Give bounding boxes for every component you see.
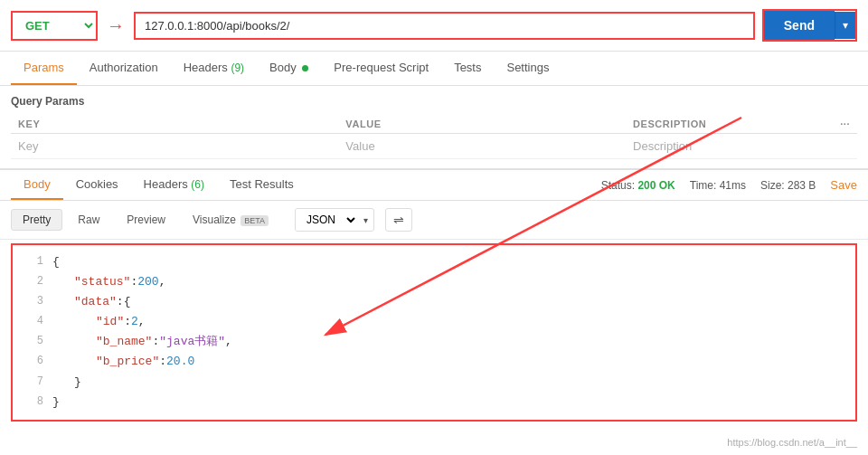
col-header-key: KEY (11, 115, 338, 134)
view-preview-button[interactable]: Preview (115, 209, 177, 231)
tab-tests[interactable]: Tests (441, 52, 494, 85)
response-status-bar: Status: 200 OK Time: 41ms Size: 283 B Sa… (601, 178, 857, 192)
tab-body[interactable]: Body (257, 52, 321, 85)
format-select-wrapper: JSON XML HTML Text ▾ (295, 208, 374, 232)
json-display: 1 { 2 "status" : 200 , 3 "data" : { 4 "i… (13, 245, 855, 420)
format-arrow-icon: ▾ (358, 212, 373, 229)
json-value: 2 (131, 312, 138, 332)
size-value: 283 B (788, 179, 816, 192)
line-number: 4 (27, 312, 52, 330)
send-dropdown-button[interactable]: ▾ (835, 12, 855, 39)
resp-tab-body[interactable]: Body (11, 170, 63, 200)
resp-tab-cookies[interactable]: Cookies (63, 170, 131, 200)
param-row-more (833, 134, 857, 159)
format-select[interactable]: JSON XML HTML Text (296, 209, 358, 231)
json-line-5: 5 "b_name" : "java书籍" , (27, 332, 841, 352)
view-raw-button[interactable]: Raw (66, 209, 111, 231)
send-button[interactable]: Send (764, 11, 835, 40)
status-value: 200 OK (637, 179, 675, 192)
tab-params[interactable]: Params (11, 52, 77, 85)
send-button-wrapper: Send ▾ (762, 9, 857, 42)
line-number: 7 (27, 373, 52, 391)
method-select[interactable]: GET POST PUT DELETE PATCH (11, 11, 98, 41)
json-key: "data" (74, 292, 117, 312)
json-value: 200 (137, 272, 158, 292)
params-table: KEY VALUE DESCRIPTION ··· Key Value Desc… (11, 115, 857, 159)
param-desc-input[interactable]: Description (626, 134, 833, 159)
status-label: Status: 200 OK (601, 179, 675, 192)
json-key: "b_price" (96, 352, 159, 372)
table-row: Key Value Description (11, 134, 857, 159)
size-label: Size: 283 B (760, 179, 816, 192)
time-value: 41ms (720, 179, 746, 192)
tab-authorization[interactable]: Authorization (77, 52, 171, 85)
col-header-description: DESCRIPTION (626, 115, 833, 134)
json-line-6: 6 "b_price" : 20.0 (27, 352, 841, 372)
tab-headers[interactable]: Headers (9) (171, 52, 257, 85)
beta-badge: BETA (241, 215, 269, 226)
tab-prerequest[interactable]: Pre-request Script (321, 52, 441, 85)
json-brace: { (52, 252, 60, 272)
json-response-box: 1 { 2 "status" : 200 , 3 "data" : { 4 "i… (11, 243, 857, 422)
view-visualize-button[interactable]: Visualize BETA (181, 209, 280, 231)
param-key-input[interactable]: Key (11, 134, 338, 159)
url-bar: GET POST PUT DELETE PATCH → 127.0.0.1:80… (0, 0, 868, 52)
line-number: 3 (27, 292, 52, 310)
line-number: 6 (27, 352, 52, 370)
line-number: 8 (27, 393, 52, 411)
json-line-2: 2 "status" : 200 , (27, 272, 841, 292)
time-label: Time: 41ms (690, 179, 746, 192)
json-line-4: 4 "id" : 2 , (27, 312, 841, 332)
json-line-7: 7 } (27, 373, 841, 393)
body-dot (302, 65, 308, 71)
line-number: 1 (27, 252, 52, 270)
url-input[interactable]: 127.0.0.1:8000/api/books/2/ (136, 14, 753, 38)
response-tabs-bar: Body Cookies Headers (6) Test Results St… (0, 169, 868, 201)
json-key: "id" (96, 312, 124, 332)
json-brace: } (74, 373, 81, 393)
line-number: 2 (27, 272, 52, 290)
arrow-right-icon: → (107, 15, 125, 36)
json-value: 20.0 (166, 352, 194, 372)
resp-tab-headers[interactable]: Headers (6) (131, 170, 217, 200)
json-key: "status" (74, 272, 130, 292)
view-pretty-button[interactable]: Pretty (11, 209, 62, 231)
wrap-button[interactable]: ⇌ (385, 208, 412, 232)
query-params-title: Query Params (11, 95, 857, 108)
line-number: 5 (27, 332, 52, 350)
json-line-8: 8 } (27, 393, 841, 412)
headers-badge: (9) (231, 62, 244, 74)
request-tabs: Params Authorization Headers (9) Body Pr… (0, 52, 868, 86)
params-section: Query Params KEY VALUE DESCRIPTION ··· K… (0, 86, 868, 169)
col-header-more: ··· (833, 115, 857, 134)
resp-tab-test-results[interactable]: Test Results (217, 170, 307, 200)
json-brace: { (124, 292, 131, 312)
viewer-toolbar: Pretty Raw Preview Visualize BETA JSON X… (0, 201, 868, 240)
json-line-3: 3 "data" : { (27, 292, 841, 312)
url-input-wrapper: 127.0.0.1:8000/api/books/2/ (134, 12, 755, 40)
tab-settings[interactable]: Settings (494, 52, 561, 85)
json-brace: } (52, 393, 60, 412)
param-value-input[interactable]: Value (338, 134, 626, 159)
json-value: "java书籍" (159, 332, 225, 352)
resp-headers-badge: (6) (191, 178, 204, 191)
col-header-value: VALUE (338, 115, 626, 134)
json-key: "b_name" (96, 332, 152, 352)
json-line-1: 1 { (27, 252, 841, 272)
save-response-button[interactable]: Save (830, 178, 857, 192)
